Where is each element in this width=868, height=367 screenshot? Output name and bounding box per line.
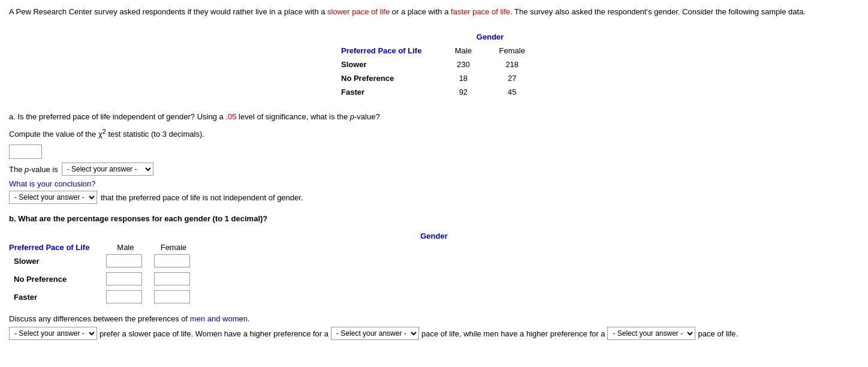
data-table-wrapper: Gender Preferred Pace of Life Male Femal…: [9, 30, 859, 99]
final-select-2[interactable]: - Select your answer -slowerfasterno pre…: [331, 327, 419, 340]
percent-male-input-cell-2: [101, 288, 149, 306]
data-table-row: Slower 230 218: [329, 58, 539, 71]
row-label-1: No Preference: [329, 71, 441, 85]
row-female-2: 45: [485, 85, 539, 99]
discuss-highlight: men and women: [190, 314, 248, 323]
percent-female-input-1[interactable]: [154, 272, 190, 285]
data-table-row: Faster 92 45: [329, 85, 539, 99]
final-select-1[interactable]: - Select your answer -MenWomen: [9, 327, 97, 340]
male-header: Male: [441, 44, 485, 58]
row-label-2: Faster: [329, 85, 441, 99]
percent-male-header: Male: [101, 243, 149, 252]
conclusion-question-text: What is your conclusion?: [9, 179, 96, 188]
section-b-question: b. What are the percentage responses for…: [9, 213, 859, 225]
gender-header: Gender: [441, 30, 539, 44]
female-header: Female: [485, 44, 539, 58]
percent-male-input-cell-0: [101, 252, 149, 270]
section-a-prefix: a. Is the preferred pace of life indepen…: [9, 112, 225, 121]
intro-paragraph: A Pew Research Center survey asked respo…: [9, 6, 859, 18]
percent-female-input-0[interactable]: [154, 254, 190, 267]
chi-symbol: χ: [98, 130, 103, 139]
conclusion-select[interactable]: - Select your answer -Reject H0Do not re…: [9, 191, 97, 204]
p-label: p: [350, 112, 354, 121]
percent-table-row: Faster: [9, 288, 197, 306]
final-line: - Select your answer -MenWomen prefer a …: [9, 327, 859, 340]
conclusion-line: - Select your answer -Reject H0Do not re…: [9, 191, 859, 204]
discuss-prefix: Discuss any differences between the pref…: [9, 314, 190, 323]
percent-female-input-2[interactable]: [154, 290, 190, 303]
row-male-1: 18: [441, 71, 485, 85]
final-text-3: pace of life.: [698, 329, 738, 338]
pvalue-select[interactable]: - Select your answer -less than .005betw…: [62, 163, 153, 176]
pvalue-line: The p-value is - Select your answer -les…: [9, 163, 859, 176]
section-b-gender-label: Gender: [9, 231, 859, 240]
discuss-end: .: [248, 314, 250, 323]
section-b-text: What are the percentage responses for ea…: [16, 214, 268, 223]
discuss-line: Discuss any differences between the pref…: [9, 314, 859, 323]
section-a-mid: level of significance, what is the: [236, 112, 349, 121]
conclusion-section: What is your conclusion? - Select your a…: [9, 179, 859, 204]
alpha-value: .05: [225, 112, 236, 121]
highlight-faster: faster pace of life: [451, 7, 510, 16]
section-b-bold: b.: [9, 214, 16, 223]
section-b: b. What are the percentage responses for…: [9, 213, 859, 340]
percent-male-input-0[interactable]: [106, 254, 142, 267]
conclusion-question: What is your conclusion?: [9, 179, 859, 188]
percent-row-label-2: Faster: [9, 288, 101, 306]
row-male-2: 92: [441, 85, 485, 99]
compute-text: Compute the value of the χ2 test statist…: [9, 127, 859, 141]
final-text-2: pace of life, while men have a higher pr…: [421, 329, 605, 338]
percent-table: Preferred Pace of Life Male Female Slowe…: [9, 243, 197, 306]
section-a: a. Is the preferred pace of life indepen…: [9, 111, 859, 204]
row-label-0: Slower: [329, 58, 441, 71]
percent-male-input-cell-1: [101, 270, 149, 288]
percent-male-input-2[interactable]: [106, 290, 142, 303]
row-male-0: 230: [441, 58, 485, 71]
percent-preferred-header: Preferred Pace of Life: [9, 243, 101, 252]
row-female-1: 27: [485, 71, 539, 85]
compute-suffix: test statistic (to 3 decimals).: [106, 130, 204, 139]
data-table: Gender Preferred Pace of Life Male Femal…: [329, 30, 539, 99]
preferred-pace-header: Preferred Pace of Life: [329, 44, 441, 58]
final-select-3[interactable]: - Select your answer -slowerfasterno pre…: [607, 327, 695, 340]
percent-row-label-0: Slower: [9, 252, 101, 270]
percent-male-input-1[interactable]: [106, 272, 142, 285]
percent-table-row: No Preference: [9, 270, 197, 288]
data-table-row: No Preference 18 27: [329, 71, 539, 85]
percent-female-input-cell-0: [149, 252, 197, 270]
final-text-1: prefer a slower pace of life. Women have…: [100, 329, 328, 338]
chi-statistic-input[interactable]: [9, 145, 42, 159]
percent-female-header: Female: [149, 243, 197, 252]
highlight-slower: slower pace of life: [327, 7, 390, 16]
compute-prefix: Compute the value of the: [9, 130, 98, 139]
percent-female-input-cell-1: [149, 270, 197, 288]
percent-table-row: Slower: [9, 252, 197, 270]
conclusion-suffix-text: that the preferred pace of life is not i…: [101, 193, 303, 202]
row-female-0: 218: [485, 58, 539, 71]
pvalue-prefix: The p-value is: [9, 165, 58, 174]
percent-female-input-cell-2: [149, 288, 197, 306]
section-a-question: a. Is the preferred pace of life indepen…: [9, 111, 859, 124]
percent-row-label-1: No Preference: [9, 270, 101, 288]
section-a-end: -value?: [354, 112, 380, 121]
